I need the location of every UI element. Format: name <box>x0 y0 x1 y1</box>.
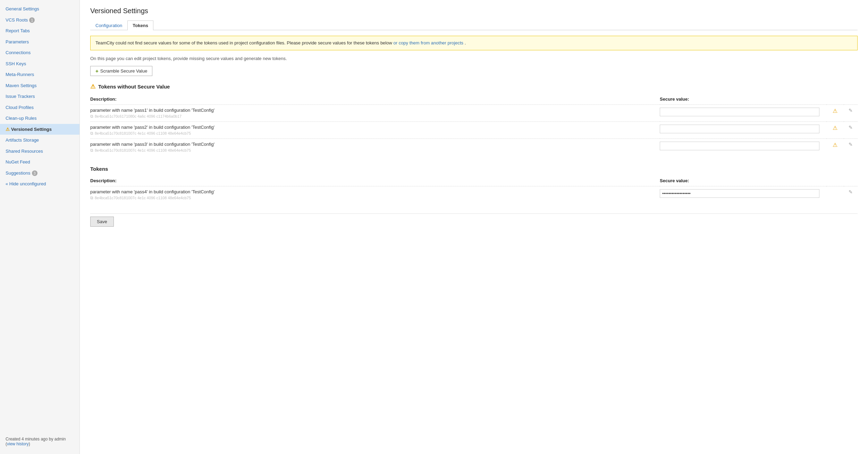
edit-icon[interactable]: ✎ <box>849 108 853 113</box>
hide-unconfigured-link[interactable]: « Hide unconfigured <box>0 178 79 190</box>
scramble-button-label: Scramble Secure Value <box>100 68 148 74</box>
warning-triangle-icon: ⚠ <box>90 83 95 90</box>
plus-icon: + <box>95 68 99 74</box>
sidebar-item-clean-up-rules[interactable]: Clean-up Rules <box>0 113 79 124</box>
warning-triangle-icon: ⚠ <box>833 142 837 148</box>
edit-icon[interactable]: ✎ <box>849 142 853 147</box>
token-desc: parameter with name 'pass4' in build con… <box>90 189 660 194</box>
sidebar-item-label: Issue Trackers <box>6 94 35 99</box>
hash-value: 8e4bca51c70c8181007c 4e1c 4096 c1108 48e… <box>95 148 191 152</box>
badge: 3 <box>32 170 37 176</box>
token-hash: ⧉ 8e4bca51c70c8181007c 4e1c 4096 c1108 4… <box>90 195 660 200</box>
info-text: On this page you can edit project tokens… <box>90 56 858 61</box>
sidebar-footer: Created 4 minutes ago by admin (view his… <box>0 432 79 451</box>
sidebar-item-issue-trackers[interactable]: Issue Trackers <box>0 91 79 102</box>
sidebar-item-label: Suggestions <box>6 170 31 176</box>
warning-banner: TeamCity could not find secure values fo… <box>90 36 858 50</box>
warning-triangle-icon: ⚠ <box>833 125 837 131</box>
tokens-without-secure-title: Tokens without Secure Value <box>98 84 170 90</box>
hash-value: 8e4bca51c70c6171080c 4a6c 4096 c1174b6a0… <box>95 114 182 118</box>
sidebar-item-general-settings[interactable]: General Settings <box>0 3 79 15</box>
view-history-link[interactable]: view history <box>7 442 29 446</box>
sidebar-item-label: Maven Settings <box>6 83 37 88</box>
token-hash: ⧉ 8e4bca51c70c8181007c 4e1c 4096 c1108 4… <box>90 148 660 153</box>
scramble-secure-value-button[interactable]: + Scramble Secure Value <box>90 66 152 76</box>
sidebar-item-label: NuGet Feed <box>6 159 30 165</box>
tab-tokens[interactable]: Tokens <box>127 20 153 30</box>
token-without-secure-row: parameter with name 'pass1' in build con… <box>90 104 858 121</box>
warning-text-after: . <box>463 40 466 45</box>
edit-icon[interactable]: ✎ <box>849 189 853 195</box>
sidebar-item-nuget-feed[interactable]: NuGet Feed <box>0 157 79 168</box>
sidebar-item-label: Report Tabs <box>6 28 30 33</box>
sidebar-item-vcs-roots[interactable]: VCS Roots1 <box>0 15 79 26</box>
sidebar-item-connections[interactable]: Connections <box>0 47 79 58</box>
sidebar-item-artifacts-storage[interactable]: Artifacts Storage <box>0 135 79 146</box>
sidebar-item-label: General Settings <box>6 6 39 11</box>
copy-icon[interactable]: ⧉ <box>90 131 93 136</box>
sidebar-item-maven-settings[interactable]: Maven Settings <box>0 80 79 91</box>
sidebar-item-suggestions[interactable]: Suggestions3 <box>0 168 79 179</box>
token-desc: parameter with name 'pass2' in build con… <box>90 125 660 130</box>
secure-value-input[interactable] <box>660 142 819 150</box>
page-title: Versioned Settings <box>90 7 858 15</box>
tab-configuration[interactable]: Configuration <box>90 20 127 30</box>
token-without-secure-row: parameter with name 'pass2' in build con… <box>90 121 858 138</box>
tokens-title: Tokens <box>90 166 108 172</box>
tokens-secure-col-header: Secure value: <box>660 177 826 186</box>
footer-created-text: Created 4 minutes ago by admin <box>6 437 66 442</box>
sidebar-item-label: Parameters <box>6 39 29 44</box>
sidebar-item-label: SSH Keys <box>6 61 26 66</box>
copy-icon[interactable]: ⧉ <box>90 195 93 200</box>
tokens-heading: Tokens <box>90 166 858 172</box>
sidebar-item-label: Clean-up Rules <box>6 116 37 121</box>
sidebar-item-versioned-settings[interactable]: ⚠Versioned Settings <box>0 124 79 135</box>
warning-triangle-icon: ⚠ <box>833 108 837 114</box>
hash-value: 8e4bca51c70c8181007c 4e1c 4096 c1108 48e… <box>95 131 191 135</box>
badge: 1 <box>29 17 35 23</box>
tokens-table: Description: Secure value: parameter wit… <box>90 177 858 203</box>
secure-value-input[interactable] <box>660 108 819 116</box>
sidebar-item-parameters[interactable]: Parameters <box>0 36 79 48</box>
tokens-without-secure-table: Description: Secure value: parameter wit… <box>90 95 858 155</box>
hash-value: 8e4bca51c70c8181007c 4e1c 4096 c1108 48e… <box>95 196 191 200</box>
tokens-desc-col-header: Description: <box>90 177 660 186</box>
sidebar-item-ssh-keys[interactable]: SSH Keys <box>0 58 79 69</box>
secure-value-input[interactable] <box>660 125 819 133</box>
sidebar-item-label: Meta-Runners <box>6 72 34 77</box>
tokens-without-secure-heading: ⚠ Tokens without Secure Value <box>90 83 858 90</box>
token-desc: parameter with name 'pass1' in build con… <box>90 108 660 113</box>
secure-value-input[interactable] <box>660 189 819 198</box>
sidebar-item-label: Connections <box>6 50 31 55</box>
main-content: Versioned Settings Configuration Tokens … <box>80 0 868 454</box>
sidebar-item-label: VCS Roots <box>6 17 28 23</box>
sidebar-item-label: Versioned Settings <box>11 127 52 132</box>
copy-icon[interactable]: ⧉ <box>90 148 93 153</box>
sidebar-item-shared-resources[interactable]: Shared Resources <box>0 146 79 157</box>
warning-text-before: TeamCity could not find secure values fo… <box>95 40 393 45</box>
token-desc: parameter with name 'pass3' in build con… <box>90 142 660 147</box>
copy-icon[interactable]: ⧉ <box>90 114 93 119</box>
sidebar-item-label: Artifacts Storage <box>6 137 39 143</box>
sidebar-item-meta-runners[interactable]: Meta-Runners <box>0 69 79 80</box>
token-row: parameter with name 'pass4' in build con… <box>90 186 858 203</box>
warning-icon: ⚠ <box>6 127 10 132</box>
sidebar: General SettingsVCS Roots1Report TabsPar… <box>0 0 80 454</box>
tabs-container: Configuration Tokens <box>90 20 858 30</box>
token-without-secure-row: parameter with name 'pass3' in build con… <box>90 138 858 155</box>
sidebar-item-label: Shared Resources <box>6 149 43 154</box>
edit-icon[interactable]: ✎ <box>849 125 853 130</box>
token-hash: ⧉ 8e4bca51c70c8181007c 4e1c 4096 c1108 4… <box>90 131 660 136</box>
save-button[interactable]: Save <box>90 217 114 227</box>
sidebar-item-report-tabs[interactable]: Report Tabs <box>0 25 79 36</box>
secure-col-header: Secure value: <box>660 95 826 105</box>
sidebar-item-label: Cloud Profiles <box>6 105 34 110</box>
copy-from-projects-link[interactable]: or copy them from another projects <box>393 40 463 45</box>
desc-col-header: Description: <box>90 95 660 105</box>
token-hash: ⧉ 8e4bca51c70c6171080c 4a6c 4096 c1174b6… <box>90 114 660 119</box>
sidebar-item-cloud-profiles[interactable]: Cloud Profiles <box>0 102 79 113</box>
